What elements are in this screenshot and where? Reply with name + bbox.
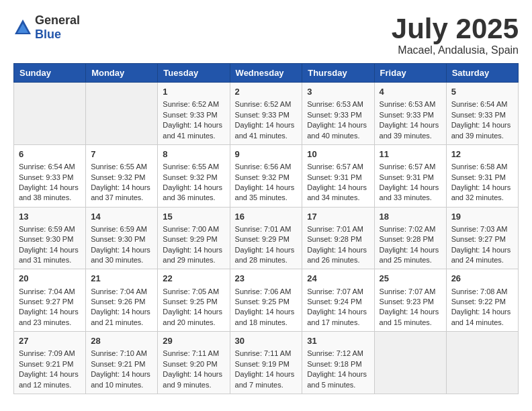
day-cell: 29Sunrise: 7:11 AMSunset: 9:20 PMDayligh… (158, 332, 230, 394)
day-info: Sunrise: 6:57 AMSunset: 9:31 PMDaylight:… (380, 162, 441, 203)
header-cell-wednesday: Wednesday (230, 64, 302, 83)
logo-icon (13, 18, 32, 37)
day-cell: 27Sunrise: 7:09 AMSunset: 9:21 PMDayligh… (14, 332, 86, 394)
day-cell: 2Sunrise: 6:52 AMSunset: 9:33 PMDaylight… (230, 83, 302, 145)
day-cell: 20Sunrise: 7:04 AMSunset: 9:27 PMDayligh… (14, 269, 86, 332)
day-info: Sunrise: 6:58 AMSunset: 9:31 PMDaylight:… (451, 162, 513, 203)
day-cell: 3Sunrise: 6:53 AMSunset: 9:33 PMDaylight… (302, 83, 374, 145)
day-number: 11 (380, 148, 441, 161)
day-cell: 30Sunrise: 7:11 AMSunset: 9:19 PMDayligh… (230, 332, 302, 394)
day-number: 30 (235, 335, 298, 347)
day-cell: 14Sunrise: 6:59 AMSunset: 9:30 PMDayligh… (86, 207, 158, 269)
day-cell: 9Sunrise: 6:56 AMSunset: 9:32 PMDaylight… (230, 144, 302, 207)
day-info: Sunrise: 7:11 AMSunset: 9:20 PMDaylight:… (163, 349, 224, 390)
header-cell-tuesday: Tuesday (158, 64, 230, 83)
day-info: Sunrise: 7:07 AMSunset: 9:23 PMDaylight:… (380, 287, 441, 328)
day-number: 3 (307, 86, 369, 98)
day-number: 1 (163, 86, 224, 98)
day-number: 19 (451, 211, 513, 223)
day-number: 16 (235, 211, 298, 223)
day-cell: 10Sunrise: 6:57 AMSunset: 9:31 PMDayligh… (302, 144, 374, 207)
header-cell-sunday: Sunday (14, 64, 86, 83)
day-cell (374, 332, 446, 394)
day-cell: 26Sunrise: 7:08 AMSunset: 9:22 PMDayligh… (446, 269, 518, 332)
day-cell: 16Sunrise: 7:01 AMSunset: 9:29 PMDayligh… (230, 207, 302, 269)
day-info: Sunrise: 7:08 AMSunset: 9:22 PMDaylight:… (451, 287, 513, 328)
day-number: 14 (91, 211, 152, 223)
day-info: Sunrise: 6:55 AMSunset: 9:32 PMDaylight:… (91, 162, 152, 203)
day-cell: 31Sunrise: 7:12 AMSunset: 9:18 PMDayligh… (302, 332, 374, 394)
logo-text: General Blue (35, 13, 80, 42)
day-number: 31 (307, 335, 369, 347)
day-cell: 12Sunrise: 6:58 AMSunset: 9:31 PMDayligh… (446, 144, 518, 207)
day-info: Sunrise: 7:10 AMSunset: 9:21 PMDaylight:… (91, 349, 152, 390)
day-info: Sunrise: 6:52 AMSunset: 9:33 PMDaylight:… (163, 99, 224, 141)
day-cell (86, 83, 158, 145)
day-cell: 5Sunrise: 6:54 AMSunset: 9:33 PMDaylight… (446, 83, 518, 145)
day-cell: 6Sunrise: 6:54 AMSunset: 9:33 PMDaylight… (14, 144, 86, 207)
day-info: Sunrise: 7:04 AMSunset: 9:27 PMDaylight:… (19, 287, 81, 328)
day-number: 29 (163, 335, 224, 347)
calendar-table: SundayMondayTuesdayWednesdayThursdayFrid… (13, 63, 519, 394)
logo: General Blue (13, 13, 80, 42)
day-info: Sunrise: 6:57 AMSunset: 9:31 PMDaylight:… (307, 162, 369, 203)
day-info: Sunrise: 6:53 AMSunset: 9:33 PMDaylight:… (380, 99, 441, 141)
day-cell (446, 332, 518, 394)
day-number: 4 (380, 86, 441, 98)
day-cell: 4Sunrise: 6:53 AMSunset: 9:33 PMDaylight… (374, 83, 446, 145)
day-number: 28 (91, 335, 152, 347)
logo-blue: Blue (35, 28, 61, 41)
day-number: 9 (235, 148, 298, 161)
day-info: Sunrise: 7:06 AMSunset: 9:25 PMDaylight:… (235, 287, 298, 328)
week-row-1: 1Sunrise: 6:52 AMSunset: 9:33 PMDaylight… (14, 83, 519, 145)
day-cell: 1Sunrise: 6:52 AMSunset: 9:33 PMDaylight… (158, 83, 230, 145)
day-info: Sunrise: 6:52 AMSunset: 9:33 PMDaylight:… (235, 99, 298, 141)
day-number: 26 (451, 273, 513, 285)
day-cell: 11Sunrise: 6:57 AMSunset: 9:31 PMDayligh… (374, 144, 446, 207)
day-cell: 23Sunrise: 7:06 AMSunset: 9:25 PMDayligh… (230, 269, 302, 332)
day-number: 12 (451, 148, 513, 161)
day-number: 25 (380, 273, 441, 285)
day-number: 27 (19, 335, 81, 347)
day-number: 13 (19, 211, 81, 223)
header-cell-saturday: Saturday (446, 64, 518, 83)
month-title: July 2025 (392, 13, 519, 44)
day-cell: 7Sunrise: 6:55 AMSunset: 9:32 PMDaylight… (86, 144, 158, 207)
day-cell: 15Sunrise: 7:00 AMSunset: 9:29 PMDayligh… (158, 207, 230, 269)
day-number: 6 (19, 148, 81, 161)
day-cell: 28Sunrise: 7:10 AMSunset: 9:21 PMDayligh… (86, 332, 158, 394)
calendar-body: 1Sunrise: 6:52 AMSunset: 9:33 PMDaylight… (14, 83, 519, 394)
day-info: Sunrise: 7:11 AMSunset: 9:19 PMDaylight:… (235, 349, 298, 390)
day-number: 5 (451, 86, 513, 98)
day-info: Sunrise: 7:02 AMSunset: 9:28 PMDaylight:… (380, 224, 441, 266)
day-info: Sunrise: 6:54 AMSunset: 9:33 PMDaylight:… (19, 162, 81, 203)
day-number: 7 (91, 148, 152, 161)
day-info: Sunrise: 7:04 AMSunset: 9:26 PMDaylight:… (91, 287, 152, 328)
header-cell-thursday: Thursday (302, 64, 374, 83)
day-number: 22 (163, 273, 224, 285)
day-number: 24 (307, 273, 369, 285)
week-row-5: 27Sunrise: 7:09 AMSunset: 9:21 PMDayligh… (14, 332, 519, 394)
day-info: Sunrise: 7:03 AMSunset: 9:27 PMDaylight:… (451, 224, 513, 266)
day-info: Sunrise: 7:05 AMSunset: 9:25 PMDaylight:… (163, 287, 224, 328)
day-info: Sunrise: 6:59 AMSunset: 9:30 PMDaylight:… (19, 224, 81, 266)
day-number: 23 (235, 273, 298, 285)
day-number: 2 (235, 86, 298, 98)
day-number: 18 (380, 211, 441, 223)
header: General Blue July 2025 Macael, Andalusia… (13, 13, 519, 56)
day-number: 15 (163, 211, 224, 223)
day-number: 10 (307, 148, 369, 161)
day-info: Sunrise: 7:07 AMSunset: 9:24 PMDaylight:… (307, 287, 369, 328)
week-row-3: 13Sunrise: 6:59 AMSunset: 9:30 PMDayligh… (14, 207, 519, 269)
title-area: July 2025 Macael, Andalusia, Spain (392, 13, 519, 56)
day-number: 8 (163, 148, 224, 161)
header-cell-friday: Friday (374, 64, 446, 83)
day-cell: 24Sunrise: 7:07 AMSunset: 9:24 PMDayligh… (302, 269, 374, 332)
day-cell (14, 83, 86, 145)
header-row: SundayMondayTuesdayWednesdayThursdayFrid… (14, 64, 519, 83)
day-info: Sunrise: 7:01 AMSunset: 9:29 PMDaylight:… (235, 224, 298, 266)
day-cell: 21Sunrise: 7:04 AMSunset: 9:26 PMDayligh… (86, 269, 158, 332)
day-cell: 13Sunrise: 6:59 AMSunset: 9:30 PMDayligh… (14, 207, 86, 269)
header-cell-monday: Monday (86, 64, 158, 83)
day-number: 21 (91, 273, 152, 285)
